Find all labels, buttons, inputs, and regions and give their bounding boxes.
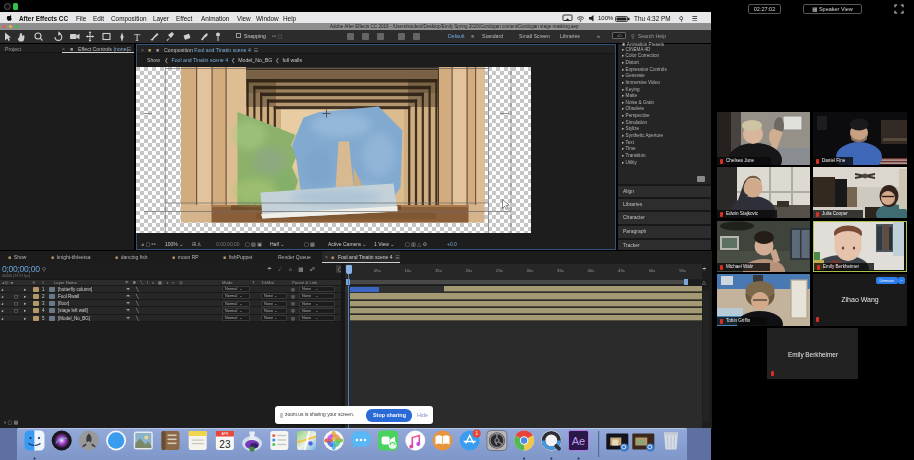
svg-text:T: T — [134, 32, 140, 43]
